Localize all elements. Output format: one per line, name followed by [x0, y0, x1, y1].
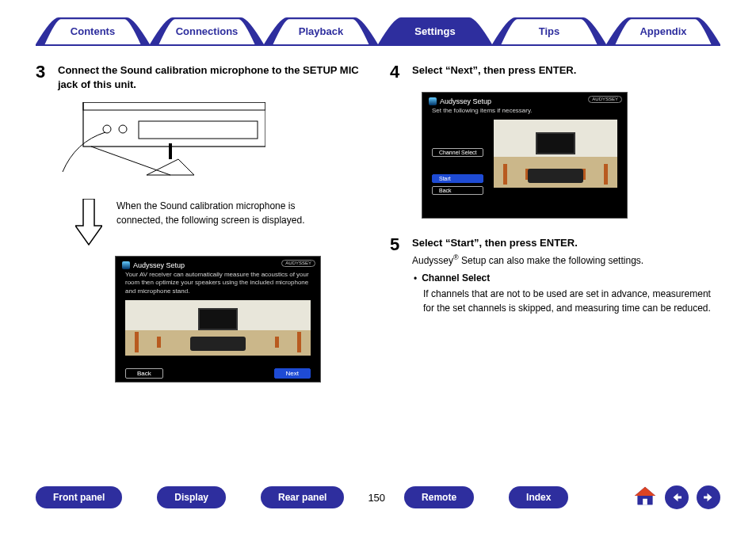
- osd-side-buttons: Channel Select Start Back: [432, 148, 483, 195]
- svg-rect-4: [139, 121, 258, 139]
- bullet: • Channel Select: [414, 272, 720, 286]
- nav-index[interactable]: Index: [509, 486, 568, 508]
- step-desc: Audyssey® Setup can also make the follow…: [412, 253, 720, 268]
- nav-display[interactable]: Display: [157, 486, 226, 508]
- step-number: 3: [36, 63, 48, 91]
- bullet-dot-icon: •: [414, 272, 417, 286]
- svg-rect-0: [83, 102, 265, 147]
- tab-tips[interactable]: Tips: [492, 17, 606, 44]
- step-title: Connect the Sound calibration microphone…: [58, 63, 366, 91]
- bottom-nav: Front panel Display Rear panel 150 Remot…: [36, 484, 720, 511]
- down-arrow-icon: [75, 199, 102, 246]
- osd-back-button: Back: [125, 368, 163, 379]
- tab-label: Connections: [176, 25, 239, 37]
- audyssey-logo-icon: [122, 261, 130, 269]
- svg-point-2: [103, 125, 111, 133]
- tab-label: Appendix: [640, 25, 686, 37]
- osd-screen-2: Audyssey Setup AUDYSSEY Set the followin…: [422, 92, 628, 219]
- audyssey-logo-icon: [429, 97, 437, 105]
- nav-icons: [633, 484, 720, 511]
- top-nav: Contents Connections Playback Settings T…: [36, 17, 720, 46]
- step-3: 3 Connect the Sound calibration micropho…: [36, 63, 366, 91]
- osd-channel-select-button: Channel Select: [432, 148, 483, 157]
- svg-rect-1: [83, 102, 265, 110]
- left-column: 3 Connect the Sound calibration micropho…: [36, 63, 366, 454]
- svg-line-5: [91, 147, 170, 175]
- tab-contents[interactable]: Contents: [36, 17, 150, 44]
- svg-point-3: [119, 125, 127, 133]
- tab-playback[interactable]: Playback: [264, 17, 378, 44]
- osd-back-button: Back: [432, 186, 483, 195]
- osd-screen-1: Audyssey Setup AUDYSSEY Your AV receiver…: [115, 256, 321, 383]
- step-number: 5: [390, 236, 403, 315]
- page-number: 150: [368, 492, 385, 504]
- bullet-title: Channel Select: [422, 272, 490, 286]
- osd-title: Audyssey Setup: [440, 97, 491, 105]
- right-column: 4 Select “Next”, then press ENTER. Audys…: [390, 63, 720, 454]
- note-text: When the Sound calibration microphone is…: [116, 199, 323, 227]
- audyssey-badge: AUDYSSEY: [588, 96, 622, 103]
- registered-icon: ®: [453, 253, 459, 261]
- tab-appendix[interactable]: Appendix: [606, 17, 720, 44]
- bullet-body: If channels that are not to be used are …: [423, 287, 720, 315]
- audyssey-badge: AUDYSSEY: [281, 260, 315, 267]
- step-title: Select “Start”, then press ENTER.: [412, 236, 720, 250]
- nav-remote[interactable]: Remote: [404, 486, 474, 508]
- step-4: 4 Select “Next”, then press ENTER.: [390, 63, 720, 81]
- tab-label: Settings: [414, 25, 455, 37]
- next-page-icon[interactable]: [697, 485, 720, 509]
- svg-rect-6: [169, 143, 172, 159]
- tab-label: Contents: [71, 25, 115, 37]
- tab-label: Tips: [539, 25, 560, 37]
- osd-start-button: Start: [432, 174, 483, 183]
- osd-body: Set the following items if necessary.: [422, 107, 627, 115]
- osd-title: Audyssey Setup: [133, 261, 185, 269]
- page-content: 3 Connect the Sound calibration micropho…: [36, 63, 720, 454]
- step-5: 5 Select “Start”, then press ENTER. Audy…: [390, 236, 720, 315]
- tab-settings[interactable]: Settings: [378, 17, 492, 44]
- prev-page-icon[interactable]: [665, 485, 689, 509]
- osd-body: Your AV receiver can automatically measu…: [116, 271, 320, 295]
- osd-next-button: Next: [274, 368, 311, 379]
- tab-connections[interactable]: Connections: [150, 17, 264, 44]
- step-number: 4: [390, 63, 403, 81]
- step-title: Select “Next”, then press ENTER.: [412, 63, 576, 78]
- svg-rect-8: [643, 499, 647, 505]
- desc-post: Setup can also make the following settin…: [459, 255, 643, 266]
- nav-front-panel[interactable]: Front panel: [36, 486, 122, 508]
- room-illustration: [125, 300, 311, 356]
- device-illustration: [59, 102, 265, 189]
- room-illustration: [494, 120, 617, 188]
- home-icon[interactable]: [633, 484, 657, 511]
- note-row: When the Sound calibration microphone is…: [75, 199, 366, 246]
- desc-pre: Audyssey: [412, 255, 453, 266]
- nav-rear-panel[interactable]: Rear panel: [261, 486, 344, 508]
- tab-label: Playback: [299, 25, 343, 37]
